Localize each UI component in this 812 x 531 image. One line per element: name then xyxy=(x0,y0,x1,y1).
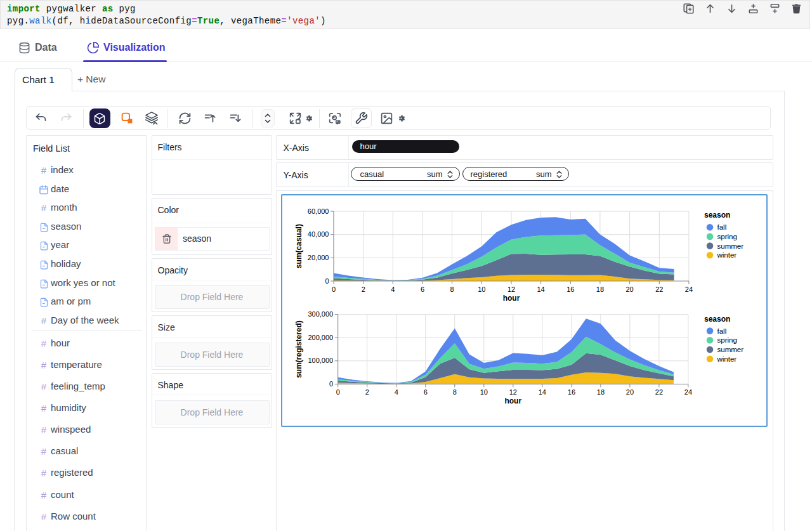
svg-text:winter: winter xyxy=(717,251,737,259)
svg-text:60,000: 60,000 xyxy=(308,207,329,214)
svg-text:20,000: 20,000 xyxy=(308,253,329,261)
svg-text:14: 14 xyxy=(537,285,544,292)
svg-text:18: 18 xyxy=(596,285,604,292)
svg-text:0: 0 xyxy=(332,285,336,292)
svg-text:fall: fall xyxy=(717,327,727,334)
svg-text:hour: hour xyxy=(504,396,521,405)
svg-text:summer: summer xyxy=(717,346,744,353)
svg-text:8: 8 xyxy=(450,285,454,292)
svg-text:sum(casual): sum(casual) xyxy=(294,224,303,268)
svg-text:spring: spring xyxy=(717,232,737,240)
svg-text:16: 16 xyxy=(566,285,574,292)
svg-text:6: 6 xyxy=(421,285,424,292)
svg-text:hour: hour xyxy=(503,293,520,302)
svg-text:18: 18 xyxy=(597,388,605,395)
svg-text:100,000: 100,000 xyxy=(308,357,333,364)
svg-text:6: 6 xyxy=(424,388,428,395)
svg-text:20: 20 xyxy=(626,388,634,395)
svg-text:16: 16 xyxy=(568,388,575,395)
svg-text:24: 24 xyxy=(685,285,693,292)
svg-text:season: season xyxy=(704,314,730,323)
svg-text:300,000: 300,000 xyxy=(308,310,333,318)
svg-text:2: 2 xyxy=(362,285,365,292)
svg-text:spring: spring xyxy=(717,336,737,344)
svg-text:4: 4 xyxy=(395,388,398,395)
svg-text:8: 8 xyxy=(453,388,457,395)
svg-text:22: 22 xyxy=(655,388,663,395)
svg-text:40,000: 40,000 xyxy=(308,230,329,238)
svg-text:summer: summer xyxy=(717,242,744,249)
svg-text:4: 4 xyxy=(391,285,395,292)
svg-text:2: 2 xyxy=(365,388,369,395)
svg-text:200,000: 200,000 xyxy=(308,333,333,341)
svg-text:fall: fall xyxy=(717,223,727,231)
svg-text:12: 12 xyxy=(509,388,517,395)
svg-text:12: 12 xyxy=(508,285,515,292)
svg-text:20: 20 xyxy=(625,285,633,292)
svg-text:22: 22 xyxy=(655,285,663,292)
svg-text:0: 0 xyxy=(336,388,340,395)
svg-text:10: 10 xyxy=(478,285,485,292)
svg-text:sum(registered): sum(registered) xyxy=(294,320,303,378)
svg-text:10: 10 xyxy=(480,388,488,395)
svg-text:0: 0 xyxy=(325,277,329,284)
svg-text:24: 24 xyxy=(684,388,692,395)
svg-text:season: season xyxy=(704,211,730,220)
svg-text:winter: winter xyxy=(717,355,737,362)
svg-text:14: 14 xyxy=(539,388,546,395)
svg-text:0: 0 xyxy=(329,379,333,387)
